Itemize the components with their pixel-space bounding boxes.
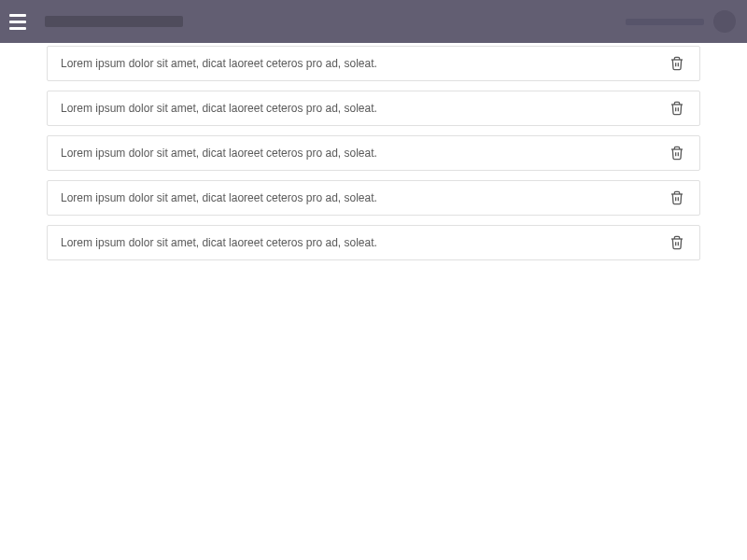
delete-button[interactable]: [668, 99, 686, 118]
trash-icon: [669, 234, 684, 251]
list-item: Lorem ipsum dolor sit amet, dicat laoree…: [47, 180, 700, 216]
avatar[interactable]: [713, 10, 736, 33]
item-text: Lorem ipsum dolor sit amet, dicat laoree…: [61, 191, 377, 204]
trash-icon: [669, 55, 684, 72]
list-item: Lorem ipsum dolor sit amet, dicat laoree…: [47, 91, 700, 126]
delete-button[interactable]: [668, 54, 686, 73]
item-text: Lorem ipsum dolor sit amet, dicat laoree…: [61, 57, 377, 70]
item-list: Lorem ipsum dolor sit amet, dicat laoree…: [47, 43, 700, 260]
header: [0, 0, 747, 43]
delete-button[interactable]: [668, 144, 686, 162]
item-text: Lorem ipsum dolor sit amet, dicat laoree…: [61, 147, 377, 160]
hamburger-icon[interactable]: [9, 12, 28, 31]
item-text: Lorem ipsum dolor sit amet, dicat laoree…: [61, 236, 377, 249]
trash-icon: [669, 145, 684, 161]
trash-icon: [669, 189, 684, 206]
header-left: [9, 12, 183, 31]
header-right: [626, 10, 736, 33]
list-item: Lorem ipsum dolor sit amet, dicat laoree…: [47, 46, 700, 81]
page-title: [45, 16, 183, 27]
user-name: [626, 19, 704, 25]
list-item: Lorem ipsum dolor sit amet, dicat laoree…: [47, 135, 700, 171]
item-text: Lorem ipsum dolor sit amet, dicat laoree…: [61, 102, 377, 115]
trash-icon: [669, 100, 684, 117]
main-content: Lorem ipsum dolor sit amet, dicat laoree…: [0, 43, 747, 260]
delete-button[interactable]: [668, 233, 686, 252]
list-item: Lorem ipsum dolor sit amet, dicat laoree…: [47, 225, 700, 260]
delete-button[interactable]: [668, 189, 686, 207]
